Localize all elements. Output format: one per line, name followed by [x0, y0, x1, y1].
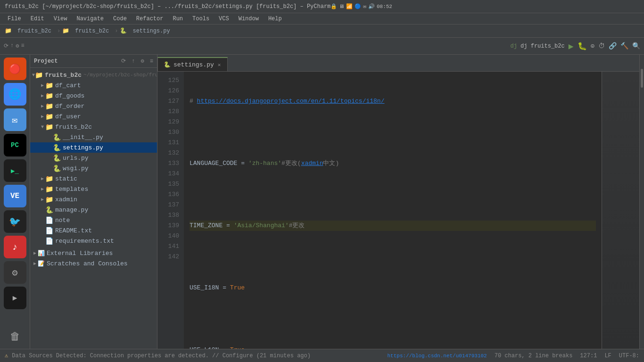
statusbar-line-endings: LF — [604, 353, 611, 359]
profile-button[interactable]: ⏱ — [598, 42, 605, 50]
bird-icon[interactable]: 🐦 — [4, 210, 26, 233]
music-icon[interactable]: ♪ — [4, 236, 26, 258]
df-cart-arrow: ▶ — [40, 82, 45, 88]
menu-run[interactable]: Run — [169, 15, 187, 23]
line-numbers: 125 126 127 128 129 130 131 132 133 134 … — [157, 72, 184, 349]
clock: 08:52 — [377, 4, 392, 9]
steam-icon[interactable]: ⚙ — [4, 261, 26, 284]
tree-note[interactable]: 📄 note — [30, 215, 157, 225]
code-line-126 — [190, 127, 596, 138]
tree-df-order[interactable]: ▶ 📁 df_order — [30, 101, 157, 111]
ext-lib-label: External Libraries — [47, 250, 113, 257]
terminal2-icon[interactable]: ▶_ — [4, 159, 26, 182]
tab-settings-py[interactable]: 🐍 settings.py ✕ — [157, 57, 228, 71]
ubuntu-icon[interactable]: 🔴 — [4, 58, 26, 80]
tree-wsgi-py[interactable]: 🐍 wsgi.py — [30, 163, 157, 173]
menu-vcs[interactable]: VCS — [215, 15, 233, 23]
menu-window[interactable]: Window — [235, 15, 263, 23]
editor-area: 🐍 settings.py ✕ 125 126 127 128 129 130 … — [157, 55, 639, 349]
tree-requirements[interactable]: 📄 requirements.txt — [30, 236, 157, 246]
code-content[interactable]: # https://docs.djangoproject.com/en/1.11… — [184, 72, 602, 349]
settings-py-label: settings.py — [63, 144, 103, 151]
menu-file[interactable]: File — [4, 15, 25, 23]
pycharm-icon[interactable]: PC — [4, 134, 26, 156]
manage-py-label: manage.py — [55, 206, 88, 214]
project-up-icon[interactable]: ↑ — [132, 58, 135, 65]
filter-icon[interactable]: ≡ — [21, 42, 24, 49]
tree-df-user[interactable]: ▶ 📁 df_user — [30, 111, 157, 122]
tab-py-icon: 🐍 — [164, 61, 171, 68]
code-line-133: USE_L10N = True — [190, 345, 596, 349]
fruits-b2c-folder-label: fruits_b2c — [55, 123, 92, 131]
statusbar-link[interactable]: https://blog.csdn.net/u014793102 — [387, 353, 487, 359]
trash-icon[interactable]: 🗑 — [4, 325, 26, 348]
ve-icon[interactable]: VE — [4, 185, 26, 207]
project-sync-icon[interactable]: ⟳ — [121, 58, 126, 65]
project-toolbar-icons: ⟳ ↑ ⚙ ≡ — [4, 42, 25, 49]
menu-help[interactable]: Help — [264, 15, 286, 23]
run-bar: ⟳ ↑ ⚙ ≡ dj dj fruits_b2c ▶ 🐛 ⊙ ⏱ 🔗 🔨 🔍 — [0, 38, 644, 55]
vertical-scrollbar[interactable] — [639, 55, 644, 349]
df-order-arrow: ▶ — [40, 103, 45, 109]
code-line-131: USE_I18N = True — [190, 283, 596, 293]
code-line-128 — [190, 189, 596, 200]
breadcrumb-fruits-b2c-2[interactable]: fruits_b2c — [71, 27, 113, 35]
arrow-up-icon[interactable]: ↑ — [10, 42, 14, 49]
requirements-label: requirements.txt — [55, 238, 114, 245]
run-button[interactable]: ▶ — [569, 41, 574, 51]
tree-df-cart[interactable]: ▶ 📁 df_cart — [30, 80, 157, 90]
tab-close-button[interactable]: ✕ — [217, 62, 222, 68]
folder-sync-icon[interactable]: ⟳ — [4, 42, 8, 49]
tree-root[interactable]: ▼ 📁 fruits_b2c ~/myproject/b2c-shop/frui… — [30, 70, 157, 80]
templates-arrow: ▶ — [40, 186, 45, 192]
tree-urls-py[interactable]: 🐍 urls.py — [30, 153, 157, 163]
tree-df-goods[interactable]: ▶ 📁 df_goods — [30, 90, 157, 101]
code-editor[interactable]: 125 126 127 128 129 130 131 132 133 134 … — [157, 72, 639, 349]
statusbar-encoding: UTF-8: — [619, 353, 639, 359]
breadcrumb-fruits-b2c-1[interactable]: fruits_b2c — [14, 27, 55, 35]
breadcrumb-icon1: 📁 — [5, 27, 12, 34]
build-button[interactable]: 🔨 — [620, 42, 628, 50]
manage-py-icon: 🐍 — [45, 206, 53, 214]
gear-icon[interactable]: ⚙ — [16, 42, 19, 49]
tree-readme[interactable]: 📄 README.txt — [30, 225, 157, 236]
static-label: static — [55, 175, 77, 182]
tree-templates[interactable]: ▶ 📁 templates — [30, 184, 157, 194]
search-button[interactable]: 🔍 — [632, 42, 640, 50]
menu-navigate[interactable]: Navigate — [73, 15, 107, 23]
menu-tools[interactable]: Tools — [189, 15, 213, 23]
tree-static[interactable]: ▶ 📁 static — [30, 173, 157, 184]
bt-icon: 🔵 — [355, 3, 361, 9]
attach-button[interactable]: 🔗 — [609, 42, 617, 50]
tree-scratches[interactable]: ▶ 📝 Scratches and Consoles — [30, 258, 157, 269]
menu-edit[interactable]: Edit — [27, 15, 48, 23]
menu-code[interactable]: Code — [109, 15, 131, 23]
debug-button[interactable]: 🐛 — [578, 41, 587, 51]
code-line-127: LANGUAGE_CODE = 'zh-hans' #更改( xadmin 中文… — [190, 158, 596, 169]
code-line-132 — [190, 314, 596, 324]
tree-xadmin[interactable]: ▶ 📁 xadmin — [30, 194, 157, 205]
breadcrumb-sep2: › — [115, 28, 118, 34]
thunderbird-icon[interactable]: ✉ — [4, 108, 26, 131]
settings-py-icon: 🐍 — [53, 144, 61, 152]
run-config-label: dj dj fruits_b2c — [510, 43, 564, 49]
project-filter-icon[interactable]: ≡ — [150, 58, 153, 65]
tree-init-py[interactable]: 🐍 __init__.py — [30, 132, 157, 142]
mini-map[interactable] — [602, 72, 639, 349]
project-gear-icon[interactable]: ⚙ — [141, 58, 144, 65]
tree-fruits-b2c-folder[interactable]: ▼ 📁 fruits_b2c — [30, 122, 157, 132]
terminal-icon[interactable]: ▶ — [4, 287, 26, 309]
code-line-129: TIME_ZONE = 'Asia/Shanghai' #更改 — [190, 221, 596, 231]
lock-icon: 🔒 — [330, 3, 337, 9]
menu-refactor[interactable]: Refactor — [132, 15, 167, 23]
scratches-label: Scratches and Consoles — [47, 260, 128, 267]
tree-manage-py[interactable]: 🐍 manage.py — [30, 205, 157, 215]
df-cart-label: df_cart — [55, 82, 81, 89]
coverage-button[interactable]: ⊙ — [591, 42, 594, 50]
tree-external-libraries[interactable]: ▶ 📊 External Libraries — [30, 248, 157, 258]
tree-settings-py[interactable]: 🐍 settings.py — [30, 142, 157, 153]
link-i18n[interactable]: https://docs.djangoproject.com/en/1.11/t… — [197, 98, 385, 105]
breadcrumb-settings-py[interactable]: settings.py — [129, 27, 173, 35]
menu-view[interactable]: View — [50, 15, 71, 23]
chrome-icon[interactable]: 🌐 — [4, 83, 26, 106]
